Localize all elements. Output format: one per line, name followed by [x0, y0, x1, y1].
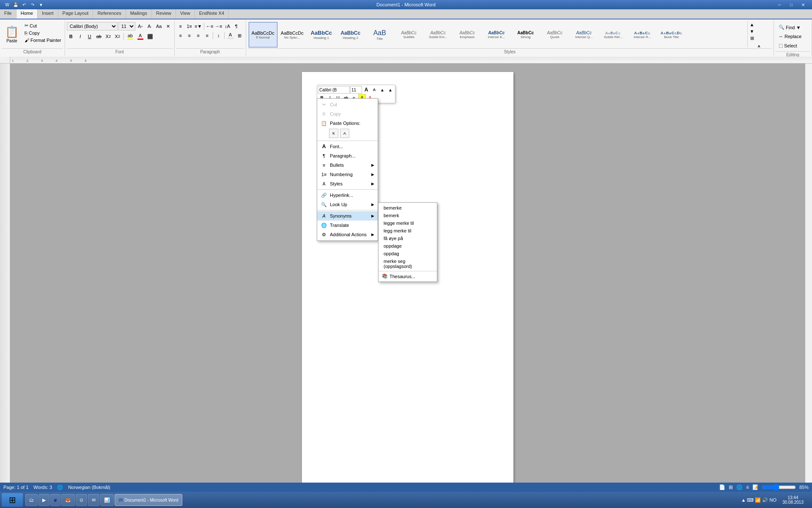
paste-keep-text-btn[interactable]: A	[340, 129, 349, 138]
taskbar-thunderbird[interactable]: ✉	[88, 494, 99, 506]
tab-file[interactable]: File	[0, 9, 16, 19]
font-shrink-button[interactable]: A-	[145, 22, 154, 30]
bullets-button[interactable]: ≡	[176, 22, 185, 30]
styles-more[interactable]: ⊞	[749, 35, 755, 42]
redo-quickbtn[interactable]: ↷	[29, 1, 36, 8]
ctx-paragraph[interactable]: ¶ Paragraph...	[317, 151, 378, 160]
decrease-indent-button[interactable]: ←≡	[206, 22, 214, 30]
sort-button[interactable]: ↕A	[223, 22, 232, 30]
ctx-synonyms[interactable]: A Synonyms ▶	[317, 211, 378, 221]
change-styles-button[interactable]: Aₐ Change Styles	[749, 44, 772, 47]
ctx-bullets[interactable]: ≡ Bullets ▶	[317, 160, 378, 170]
ctx-hyperlink[interactable]: 🔗 Hyperlink...	[317, 190, 378, 200]
styles-scroll-down[interactable]: ▼	[749, 28, 755, 35]
style-emphasis[interactable]: AaBbCc Emphasis	[453, 22, 482, 47]
mini-grow-button[interactable]: A	[362, 86, 370, 94]
subscript-button[interactable]: X2	[104, 32, 112, 41]
ctx-cut[interactable]: ✂ Cut	[317, 100, 378, 109]
syn-bemerk[interactable]: bemerk	[379, 212, 437, 219]
ctx-additional-actions[interactable]: ⚙ Additional Actions ▶	[317, 230, 378, 239]
line-spacing-button[interactable]: ↕	[214, 31, 223, 40]
view-fullscreen-btn[interactable]: ⊞	[729, 484, 733, 490]
syn-legge-merke-til[interactable]: legge merke til	[379, 219, 437, 227]
multilevel-list-button[interactable]: ≡▼	[194, 22, 203, 30]
taskbar-explorer[interactable]: 🗂	[25, 494, 38, 506]
replace-button[interactable]: ↔ Replace	[776, 32, 810, 41]
styles-scroll-up[interactable]: ▲	[749, 21, 755, 28]
minimize-button[interactable]: ─	[774, 1, 785, 8]
close-button[interactable]: ✕	[798, 1, 809, 8]
volume-icon[interactable]: 🔊	[762, 497, 768, 503]
mini-format2-button[interactable]: ▲	[387, 86, 394, 94]
mini-font-select[interactable]	[318, 86, 350, 94]
align-left-button[interactable]: ≡	[176, 31, 185, 40]
mini-shrink-button[interactable]: A	[370, 86, 378, 94]
syn-legg-merke-til[interactable]: legg merke til	[379, 227, 437, 235]
taskbar-ie[interactable]: e	[50, 494, 60, 506]
style-heading1[interactable]: AaBbCc Heading 1	[307, 22, 336, 47]
right-scrollbar[interactable]	[805, 64, 812, 508]
find-button[interactable]: 🔍 Find ▼	[776, 23, 810, 32]
font-grow-button[interactable]: A+	[136, 22, 145, 30]
ctx-font[interactable]: A Font...	[317, 142, 378, 151]
cut-button[interactable]: ✂ Cut	[23, 22, 63, 29]
paste-button[interactable]: 📋 Paste	[2, 22, 22, 47]
tab-review[interactable]: Review	[152, 9, 176, 19]
taskbar-ppt[interactable]: 📊	[100, 494, 114, 506]
copy-button[interactable]: ⎘ Copy	[23, 30, 63, 36]
taskbar-chrome[interactable]: ⊙	[76, 494, 87, 506]
view-web-btn[interactable]: 🌐	[736, 484, 743, 490]
syn-oppdage[interactable]: oppdage	[379, 242, 437, 250]
language-indicator[interactable]: 🌐	[57, 485, 63, 490]
clock[interactable]: 13:44 30.08.2013	[780, 495, 806, 505]
underline-button[interactable]: U	[85, 32, 94, 41]
font-family-select[interactable]: Calibri (Body)	[67, 22, 118, 30]
undo-quickbtn[interactable]: ↶	[20, 1, 28, 8]
syn-fa-oye-pa[interactable]: få øye på	[379, 235, 437, 242]
shading-para-button[interactable]: A	[226, 31, 235, 40]
increase-indent-button[interactable]: →≡	[214, 22, 223, 30]
tab-references[interactable]: References	[93, 9, 126, 19]
clear-format-button[interactable]: ✕	[164, 22, 173, 30]
tab-home[interactable]: Home	[16, 9, 38, 19]
select-button[interactable]: ⬚ Select	[776, 41, 810, 50]
align-right-button[interactable]: ≡	[194, 31, 203, 40]
mini-format1-button[interactable]: ▲	[379, 86, 386, 94]
style-intense-r[interactable]: AaBbCc Intense R...	[628, 22, 657, 47]
syn-merke-seg[interactable]: merke seg (oppslagsord)	[379, 257, 437, 270]
style-subtle-ref[interactable]: AaBbCc Subtle Ref...	[599, 22, 628, 47]
tab-insert[interactable]: Insert	[38, 9, 58, 19]
tab-page-layout[interactable]: Page Layout	[58, 9, 93, 19]
systray-hide-btn[interactable]: ▲	[741, 497, 746, 502]
taskbar-mediaplayer[interactable]: ▶	[38, 494, 49, 506]
tab-mailings[interactable]: Mailings	[126, 9, 152, 19]
customize-quickbtn[interactable]: ▼	[37, 1, 45, 8]
align-center-button[interactable]: ≡	[185, 31, 194, 40]
style-subtle-em[interactable]: AaBbCc Subtle Em...	[424, 22, 453, 47]
style-intense-q[interactable]: AaBbCc Intense Q...	[570, 22, 598, 47]
ctx-styles[interactable]: A Styles ▶	[317, 179, 378, 188]
style-heading2[interactable]: AaBbCc Heading 2	[336, 22, 365, 47]
style-intense-em[interactable]: AaBbCc Intense E...	[482, 22, 511, 47]
style-nospace[interactable]: AaBbCcDc No Spac...	[278, 22, 307, 47]
numbering-button[interactable]: 1≡	[185, 22, 194, 30]
tab-view[interactable]: View	[176, 9, 195, 19]
text-highlight-button[interactable]: ab	[126, 32, 135, 41]
start-button[interactable]: ⊞	[2, 493, 23, 507]
taskbar-firefox[interactable]: 🦊	[61, 494, 75, 506]
style-normal[interactable]: AaBbCcDc ¶ Normal	[249, 22, 277, 47]
style-subtitle[interactable]: AaBbCc Subtitle	[395, 22, 423, 47]
tab-endnote[interactable]: EndNote X4	[195, 9, 229, 19]
font-color-button[interactable]: A	[136, 32, 145, 41]
change-case-button[interactable]: Aa	[155, 22, 163, 30]
taskbar-word[interactable]: W Document1 - Microsoft Word	[115, 494, 182, 506]
zoom-slider[interactable]	[762, 485, 796, 489]
justify-button[interactable]: ≡	[203, 31, 211, 40]
style-title[interactable]: AaB Title	[365, 22, 394, 47]
view-outline-btn[interactable]: ≡	[746, 484, 749, 490]
strikethrough-button[interactable]: ab	[95, 32, 103, 41]
ctx-lookup[interactable]: 🔍 Look Up ▶	[317, 200, 378, 209]
font-size-select[interactable]: 11	[118, 22, 135, 30]
format-painter-button[interactable]: 🖌 Format Painter	[23, 37, 63, 44]
bold-button[interactable]: B	[67, 32, 75, 41]
